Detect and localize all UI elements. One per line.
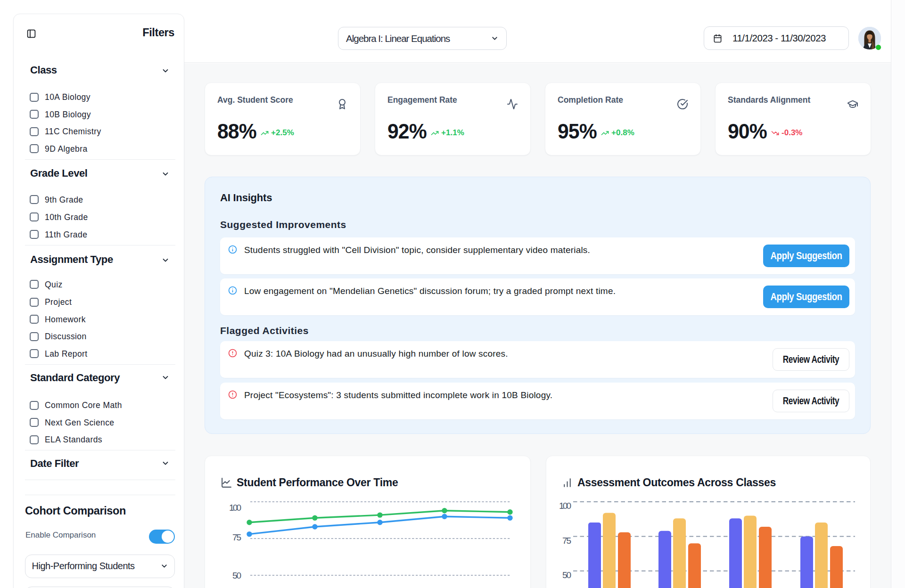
svg-text:50: 50	[562, 570, 571, 580]
svg-text:75: 75	[562, 536, 571, 546]
svg-text:100: 100	[229, 503, 241, 513]
svg-text:75: 75	[232, 532, 241, 542]
svg-text:50: 50	[232, 571, 241, 580]
svg-text:100: 100	[559, 501, 571, 511]
